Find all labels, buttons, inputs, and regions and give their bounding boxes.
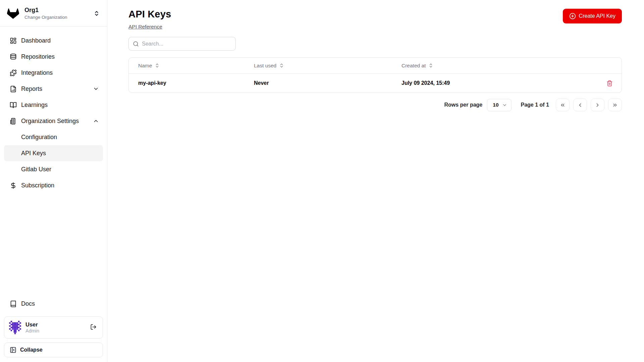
- sidebar-item-repositories[interactable]: Repositories: [4, 49, 103, 65]
- api-keys-table: Name Last used Created at: [128, 57, 622, 93]
- file-chart-icon: [9, 85, 17, 93]
- user-card: User Admin: [4, 316, 103, 339]
- collapse-sidebar-button[interactable]: Collapse: [4, 343, 103, 357]
- next-page-button[interactable]: [591, 99, 604, 111]
- nav-label: Subscription: [21, 182, 54, 189]
- sidebar-spacer: [0, 193, 107, 296]
- sidebar-nav: Dashboard Repositories Integrations Repo…: [0, 26, 107, 193]
- page-header: API Keys API Reference Create API Key: [128, 9, 622, 30]
- column-header-last-used[interactable]: Last used: [245, 63, 392, 69]
- nav-label: Configuration: [21, 134, 57, 141]
- pagination-bar: Rows per page 10 Page 1 of 1: [128, 99, 622, 111]
- org-text: Org1 Change Organization: [24, 7, 67, 20]
- org-change-label: Change Organization: [24, 15, 67, 20]
- org-switcher[interactable]: Org1 Change Organization: [0, 0, 107, 26]
- page-title: API Keys: [128, 9, 171, 20]
- gitlab-tanuki-logo: [6, 7, 20, 20]
- chevron-down-icon: [93, 86, 99, 92]
- previous-page-button[interactable]: [573, 99, 587, 111]
- chevron-right-icon: [595, 102, 600, 108]
- chevrons-up-down-icon[interactable]: [94, 10, 100, 16]
- building-icon: [9, 117, 17, 125]
- sort-icon: [279, 63, 284, 68]
- row-actions: [597, 79, 622, 88]
- dollar-sign-icon: [9, 182, 17, 189]
- nav-label: Organization Settings: [21, 118, 79, 125]
- chevron-left-icon: [577, 102, 583, 108]
- column-label: Last used: [254, 63, 276, 69]
- nav-label: Repositories: [21, 53, 55, 60]
- sidebar-item-api-keys[interactable]: API Keys: [4, 145, 103, 161]
- delete-api-key-button[interactable]: [605, 79, 614, 88]
- sidebar-item-docs[interactable]: Docs: [4, 296, 103, 312]
- sidebar-item-configuration[interactable]: Configuration: [4, 129, 103, 145]
- org-name: Org1: [24, 7, 67, 14]
- panel-left-close-icon: [10, 347, 16, 353]
- sidebar-item-subscription[interactable]: Subscription: [4, 177, 103, 193]
- nav-label: Integrations: [21, 69, 53, 76]
- nav-label: Reports: [21, 85, 42, 93]
- search-icon: [133, 41, 139, 47]
- api-key-last-used: Never: [245, 80, 392, 86]
- sort-icon: [155, 63, 160, 68]
- user-name: User: [25, 321, 39, 328]
- logout-button[interactable]: [90, 324, 97, 331]
- chevron-up-icon: [93, 118, 99, 124]
- pagination-buttons: [556, 99, 622, 111]
- nav-label: Learnings: [21, 102, 48, 109]
- sort-icon: [428, 63, 433, 68]
- search-input[interactable]: [142, 41, 231, 47]
- last-page-button[interactable]: [608, 99, 622, 111]
- nav-label: API Keys: [21, 150, 46, 157]
- nav-label: Docs: [21, 300, 35, 307]
- collapse-label: Collapse: [20, 347, 43, 353]
- column-label: Created at: [401, 63, 426, 69]
- nav-label: Gitlab User: [21, 166, 51, 173]
- logout-icon: [90, 324, 97, 331]
- sidebar: Org1 Change Organization Dashboard Repos…: [0, 0, 107, 362]
- api-key-created-at: July 09 2024, 15:49: [392, 80, 597, 86]
- sidebar-item-dashboard[interactable]: Dashboard: [4, 33, 103, 49]
- rows-per-page-select[interactable]: 10: [487, 99, 511, 111]
- api-key-name: my-api-key: [129, 80, 245, 86]
- table-header-row: Name Last used Created at: [129, 58, 622, 74]
- chevrons-left-icon: [560, 102, 566, 108]
- app-root: Org1 Change Organization Dashboard Repos…: [0, 0, 644, 362]
- column-header-created-at[interactable]: Created at: [392, 63, 597, 69]
- nav-label: Dashboard: [21, 37, 51, 44]
- sidebar-item-gitlab-user[interactable]: Gitlab User: [4, 161, 103, 177]
- book-open-icon: [9, 101, 17, 109]
- main-content: API Keys API Reference Create API Key Na…: [107, 0, 644, 362]
- column-label: Name: [138, 63, 152, 69]
- first-page-button[interactable]: [556, 99, 570, 111]
- rows-per-page-label: Rows per page: [444, 102, 482, 108]
- sidebar-item-learnings[interactable]: Learnings: [4, 97, 103, 113]
- sidebar-item-organization-settings[interactable]: Organization Settings: [4, 113, 103, 129]
- user-role: Admin: [25, 328, 39, 334]
- create-api-key-label: Create API Key: [579, 13, 615, 19]
- create-api-key-button[interactable]: Create API Key: [563, 9, 622, 23]
- chevrons-right-icon: [612, 102, 618, 108]
- api-reference-link[interactable]: API Reference: [128, 24, 162, 30]
- user-text: User Admin: [25, 321, 39, 334]
- dashboard-grid-icon: [9, 37, 17, 44]
- chevron-down-icon: [502, 103, 507, 108]
- sidebar-item-reports[interactable]: Reports: [4, 81, 103, 97]
- sidebar-item-integrations[interactable]: Integrations: [4, 65, 103, 81]
- page-status: Page 1 of 1: [521, 102, 549, 108]
- table-row: my-api-key Never July 09 2024, 15:49: [129, 74, 622, 93]
- column-header-name[interactable]: Name: [129, 63, 245, 69]
- puzzle-icon: [9, 69, 17, 76]
- page-header-left: API Keys API Reference: [128, 9, 171, 30]
- rows-per-page-value: 10: [493, 102, 498, 108]
- book-icon: [9, 300, 17, 307]
- user-avatar: [9, 321, 21, 334]
- database-icon: [9, 53, 17, 60]
- search-box: [128, 37, 236, 51]
- plus-circle-icon: [569, 13, 576, 19]
- trash-icon: [606, 80, 613, 86]
